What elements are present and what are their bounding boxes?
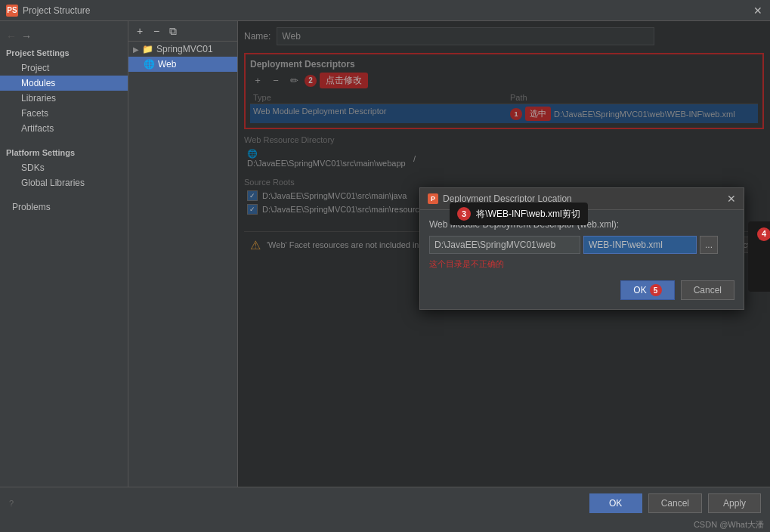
step4-badge: 4	[757, 227, 770, 241]
sidebar-item-facets[interactable]: Facets	[0, 106, 128, 121]
bottom-bar: ? OK Cancel Apply	[0, 487, 770, 519]
dialog-cancel-btn[interactable]: Cancel	[681, 280, 734, 300]
back-arrow[interactable]: ←	[6, 30, 17, 42]
step4-tooltip: 4 选择src\main\webapp目录，然后将剪 切的内容粘贴上 意思是在w…	[748, 221, 770, 292]
dialog-error: 这个目录是不正确的	[429, 258, 734, 270]
settings-panel: Name: Deployment Descriptors + − ✏ 2 点击修…	[238, 21, 770, 487]
dialog-close-btn[interactable]: ✕	[727, 193, 736, 205]
content-area: + − ⧉ ▶ 📁 SpringMVC01 🌐 Web Name:	[128, 21, 770, 487]
apply-btn[interactable]: Apply	[708, 493, 761, 513]
main-content: ← → Project Settings Project Modules Lib…	[0, 21, 770, 487]
forward-arrow[interactable]: →	[21, 30, 32, 42]
main-window: PS Project Structure ✕ ← → Project Setti…	[0, 0, 770, 532]
sidebar-item-libraries[interactable]: Libraries	[0, 91, 128, 106]
dialog-buttons: OK 5 Cancel	[429, 276, 734, 300]
module-tree-panel: + − ⧉ ▶ 📁 SpringMVC01 🌐 Web	[128, 21, 238, 487]
step5-badge: 5	[650, 284, 662, 296]
dialog-path-input[interactable]	[429, 236, 580, 254]
dialog-icon: P	[428, 193, 438, 204]
window-title: Project Structure	[23, 5, 752, 16]
dialog-browse-btn[interactable]: ...	[700, 236, 718, 254]
help-icon[interactable]: ?	[9, 499, 583, 508]
remove-module-btn[interactable]: −	[150, 24, 163, 38]
cancel-btn[interactable]: Cancel	[648, 493, 702, 513]
sidebar-item-global-libraries[interactable]: Global Libraries	[0, 175, 128, 190]
sidebar-item-sdks[interactable]: SDKs	[0, 160, 128, 175]
project-settings-header: Project Settings	[0, 45, 128, 60]
tree-child-item[interactable]: 🌐 Web	[128, 57, 237, 72]
dialog-ok-btn[interactable]: OK 5	[620, 280, 674, 300]
sidebar-item-problems[interactable]: Problems	[0, 200, 128, 215]
sidebar-item-project[interactable]: Project	[0, 60, 128, 76]
add-module-btn[interactable]: +	[133, 24, 147, 38]
platform-settings-header: Platform Settings	[0, 145, 128, 160]
bottom-area: ? OK Cancel Apply CSDN @What大潘	[0, 487, 770, 532]
app-icon: PS	[6, 5, 18, 17]
sidebar-item-modules[interactable]: Modules	[0, 76, 128, 91]
watermark: CSDN @What大潘	[0, 519, 770, 532]
step3-badge: 3	[457, 207, 471, 221]
sidebar: ← → Project Settings Project Modules Lib…	[0, 21, 128, 487]
dialog-input-row: ...	[429, 236, 734, 254]
ok-btn[interactable]: OK	[589, 493, 642, 513]
sidebar-item-artifacts[interactable]: Artifacts	[0, 121, 128, 136]
tree-root-item[interactable]: ▶ 📁 SpringMVC01	[128, 42, 237, 57]
dialog-filename-input[interactable]	[583, 236, 697, 254]
module-tree-toolbar: + − ⧉	[128, 21, 237, 42]
title-bar: PS Project Structure ✕	[0, 0, 770, 21]
cut-tooltip: 3 将\WEB-INF\web.xml剪切	[450, 203, 588, 225]
nav-arrows: ← →	[0, 27, 128, 45]
dialog-overlay: 3 将\WEB-INF\web.xml剪切 P Deployment Descr…	[238, 21, 770, 487]
close-button[interactable]: ✕	[752, 5, 764, 17]
copy-module-btn[interactable]: ⧉	[166, 24, 180, 38]
